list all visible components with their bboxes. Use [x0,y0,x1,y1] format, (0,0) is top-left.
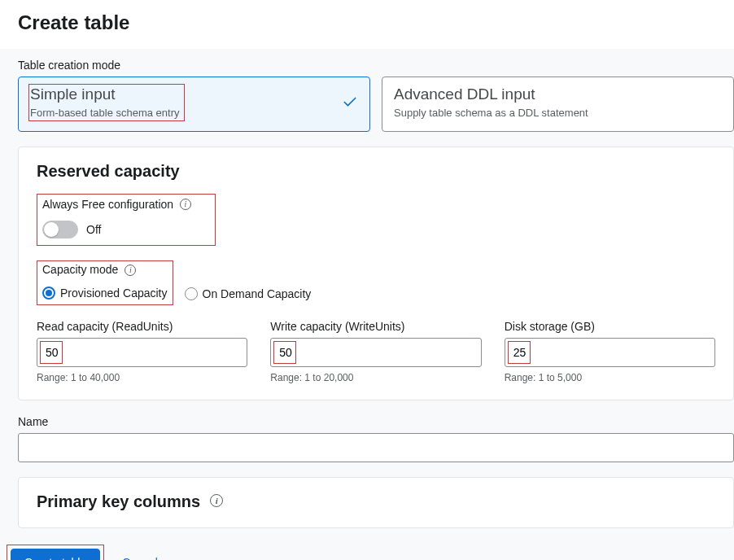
disk-storage-label: Disk storage (GB) [505,320,715,333]
radio-icon [185,287,198,300]
actions-row: Create table Cancel [7,545,734,560]
primary-key-panel: Primary key columns i [18,477,734,528]
capacity-mode-label: Capacity mode i [42,263,136,276]
reserved-capacity-heading: Reserved capacity [37,162,715,181]
cancel-link[interactable]: Cancel [122,556,158,560]
mode-card-simple-input[interactable]: Simple input Form-based table schema ent… [18,77,370,132]
info-icon[interactable]: i [180,199,191,210]
read-capacity-input[interactable] [37,338,247,367]
capacity-mode-row: Capacity mode i Provisioned Capacity On … [37,260,715,304]
content-area: Table creation mode Simple input Form-ba… [0,49,734,560]
page-title: Create table [18,11,716,34]
always-free-label: Always Free configuration i [42,198,191,211]
name-label: Name [18,415,48,428]
read-capacity-label: Read capacity (ReadUnits) [37,320,247,333]
info-icon[interactable]: i [125,265,136,276]
write-capacity-input[interactable] [270,338,481,367]
read-capacity-col: Read capacity (ReadUnits) Range: 1 to 40… [37,320,247,383]
radio-label: On Demand Capacity [203,287,312,300]
mode-card-title: Simple input [30,85,358,103]
radio-on-demand-capacity[interactable]: On Demand Capacity [185,287,312,300]
name-section: Name [18,415,734,462]
always-free-row: Always Free configuration i Off [37,194,715,246]
toggle-knob [44,222,59,237]
read-capacity-range: Range: 1 to 40,000 [37,372,247,383]
radio-label: Provisioned Capacity [60,287,168,300]
write-capacity-label: Write capacity (WriteUnits) [270,320,481,333]
checkmark-icon [342,94,358,115]
radio-icon [42,287,55,300]
primary-key-heading: Primary key columns i [37,492,715,511]
mode-card-desc: Supply table schema as a DDL statement [394,107,722,119]
capacity-grid: Read capacity (ReadUnits) Range: 1 to 40… [37,320,715,383]
reserved-capacity-panel: Reserved capacity Always Free configurat… [18,147,734,400]
write-capacity-col: Write capacity (WriteUnits) Range: 1 to … [270,320,481,383]
radio-provisioned-capacity[interactable]: Provisioned Capacity [42,287,168,300]
always-free-toggle[interactable] [42,221,78,238]
always-free-state: Off [86,223,101,236]
mode-card-desc: Form-based table schema entry [30,107,358,119]
write-capacity-range: Range: 1 to 20,000 [270,372,481,383]
mode-card-title: Advanced DDL input [394,85,722,103]
info-icon[interactable]: i [210,494,223,507]
creation-mode-group: Table creation mode Simple input Form-ba… [18,59,734,132]
name-input[interactable] [18,433,734,462]
page-header: Create table [0,0,734,49]
disk-storage-range: Range: 1 to 5,000 [505,372,715,383]
create-table-button[interactable]: Create table [11,549,100,560]
creation-mode-cards: Simple input Form-based table schema ent… [18,77,734,132]
disk-storage-col: Disk storage (GB) Range: 1 to 5,000 [505,320,715,383]
creation-mode-label: Table creation mode [18,59,120,72]
disk-storage-input[interactable] [505,338,715,367]
mode-card-advanced-ddl[interactable]: Advanced DDL input Supply table schema a… [382,77,734,132]
